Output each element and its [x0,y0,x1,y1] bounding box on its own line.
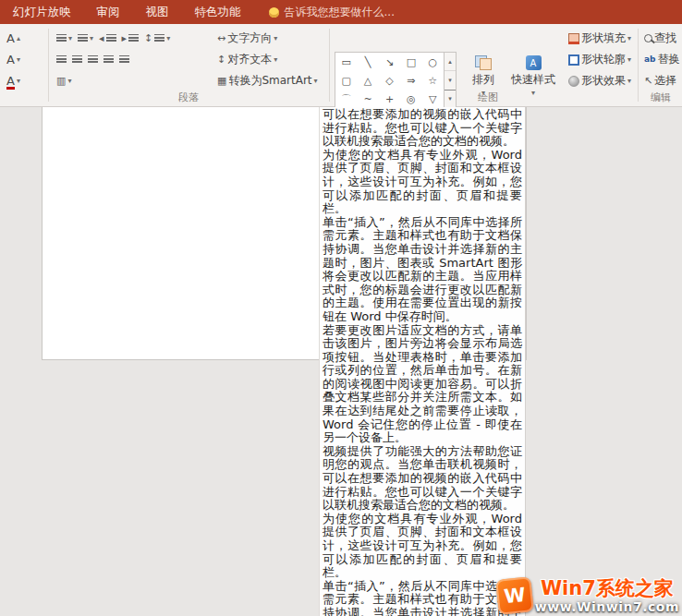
font-color-button[interactable]: A ▾ [4,73,23,89]
bullet-list-button[interactable]: ▾ [54,32,75,44]
distribute-button[interactable] [116,54,132,66]
paragraph: 视频提供了功能强大的方法帮助您证明您的观点。当您单击联机视频时，可以在想要添加的… [323,445,522,513]
paragraph: 可以在想要添加的视频的嵌入代码中进行粘贴。您也可以键入一个关键字以联机搜索最适合… [323,108,522,149]
shape-rectangle-icon[interactable]: □ [400,53,421,71]
align-right-button[interactable] [85,54,101,66]
align-left-icon [56,55,67,64]
caret-down-icon: ▾ [627,35,631,42]
gallery-scroll-down-button[interactable]: ▾ [445,70,456,89]
arrange-icon [475,55,492,70]
shape-oval-icon[interactable]: ○ [422,53,444,71]
caret-down-icon: ▾ [274,56,277,64]
replace-icon: ab [644,55,656,64]
line-spacing-icon: ↕ [144,33,152,43]
shape-textbox-icon[interactable]: ▭ [335,53,357,71]
replace-button[interactable]: ab 替换 [641,50,682,69]
columns-button[interactable]: ▥ ▾ [54,74,74,88]
win7-home-logo-icon: W [495,577,534,616]
caret-down-icon: ▾ [90,35,93,42]
shape-effects-icon [568,76,579,87]
tell-me-text: 告诉我您想要做什么... [285,5,395,20]
line-spacing-button[interactable]: ↕ ▾ [141,31,173,45]
replace-label: 替换 [658,52,680,67]
tab-review[interactable]: 审阅 [84,0,133,24]
caret-down-icon: ▾ [68,35,72,42]
paragraph: 为使您的文档具有专业外观，Word 提供了页眉、页脚、封面和文本框设计，这些设计… [323,513,522,580]
shape-fill-icon [568,33,579,44]
justify-button[interactable] [101,54,116,66]
tab-view[interactable]: 视图 [133,0,182,24]
shape-diamond-icon[interactable]: ◇ [379,71,400,90]
caret-down-icon: ▾ [627,78,631,85]
shrink-font-icon: A [6,54,15,66]
grow-font-button[interactable]: A ▴ [4,30,23,46]
shape-fill-label: 形状填充 [581,30,626,46]
group-divider [638,29,639,102]
numbered-list-icon [78,34,88,42]
shape-arrow-icon[interactable]: ↘ [379,53,400,71]
lightbulb-icon [269,7,279,18]
caret-down-icon: ▾ [166,35,170,42]
align-right-icon [88,55,98,64]
ribbon: A ▴ A ▾ A ▾ ▾ ▾ ◂ [0,24,682,107]
shape-outline-button[interactable]: 形状轮廓 ▾ [566,50,634,69]
drawing-group-label: 绘图 [331,91,645,104]
paragraph: 若要更改图片适应文档的方式，请单击该图片，图片旁边将会显示布局选项按钮。当处理表… [323,324,522,445]
decrease-indent-icon: ◂ [99,33,104,43]
watermark-site-name: Win7系统之家 [541,578,674,599]
align-center-button[interactable] [69,54,85,66]
shape-block-arrow-icon[interactable]: ⇒ [400,71,421,90]
tell-me-box[interactable]: 告诉我您想要做什么... [269,5,395,20]
paragraph: 单击“插入”，然后从不同库中选择所需元素。主题和样式也有助于文档保持协调。当您单… [323,580,522,616]
caret-down-icon: ▾ [627,56,631,64]
increase-indent-icon: ▸ [122,33,128,43]
find-button[interactable]: 查找 [641,29,679,48]
convert-smartart-button[interactable]: ▦ 转换为SmartArt ▾ [214,71,321,91]
paragraph: 单击“插入”，然后从不同库中选择所需元素。主题和样式也有助于文档保持协调。当您单… [323,216,522,324]
lines-icon [106,34,116,42]
group-divider [329,29,330,102]
align-text-button[interactable]: ↕ 对齐文本 ▾ [214,50,280,69]
text-direction-icon: ↔ [217,33,225,43]
shape-triangle-icon[interactable]: △ [357,71,378,90]
tab-slideshow[interactable]: 幻灯片放映 [0,0,84,24]
paragraph: 为使您的文档具有专业外观，Word 提供了页眉、页脚、封面和文本框设计，这些设计… [323,149,522,216]
shrink-font-button[interactable]: A ▾ [4,52,23,67]
shape-effects-label: 形状效果 [581,73,626,89]
select-button[interactable]: ↖ 选择 [641,71,679,91]
bullet-list-icon [56,34,67,42]
shape-effects-button[interactable]: 形状效果 ▾ [566,71,634,91]
gallery-scroll-up-button[interactable]: ▴ [445,53,456,70]
distribute-icon [119,55,129,64]
shape-line-icon[interactable]: ╲ [357,53,378,71]
select-cursor-icon: ↖ [644,76,652,86]
caret-up-icon: ▴ [17,35,20,42]
align-text-icon: ↕ [217,54,225,65]
shape-fill-button[interactable]: 形状填充 ▾ [566,29,634,48]
lines-icon [154,34,164,42]
text-direction-label: 文字方向 [227,30,272,46]
align-left-button[interactable] [54,54,69,66]
numbered-list-button[interactable]: ▾ [75,32,96,44]
text-direction-button[interactable]: ↔ 文字方向 ▾ [214,29,280,48]
caret-down-icon: ▾ [17,56,20,64]
decrease-indent-button[interactable]: ◂ [96,31,119,45]
justify-icon [104,55,114,64]
shape-rounded-rect-icon[interactable]: ▢ [335,71,357,90]
slide-canvas: 可以在想要添加的视频的嵌入代码中进行粘贴。您也可以键入一个关键字以联机搜索最适合… [0,107,682,616]
grow-font-icon: A [6,32,15,44]
group-divider [48,29,49,102]
watermark-site-url: www.Winwin7.com [535,599,679,614]
find-label: 查找 [654,30,676,46]
search-icon [644,34,652,42]
align-text-label: 对齐文本 [227,52,272,67]
smartart-icon: ▦ [217,76,226,86]
slide-text-box[interactable]: 可以在想要添加的视频的嵌入代码中进行粘贴。您也可以键入一个关键字以联机搜索最适合… [319,107,526,616]
caret-down-icon: ▾ [274,35,277,42]
increase-indent-button[interactable]: ▸ [119,31,142,45]
caret-down-icon: ▾ [67,78,71,85]
quick-styles-icon: A [526,55,542,70]
quick-styles-label: 快速样式 [511,72,555,88]
tab-special-features[interactable]: 特色功能 [182,0,254,24]
shape-star-icon[interactable]: ☆ [422,71,444,90]
